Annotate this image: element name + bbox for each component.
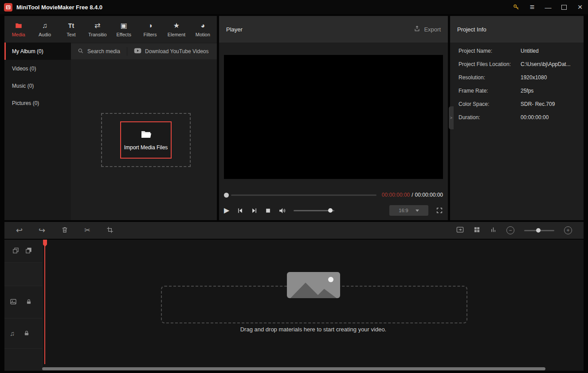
tab-filters[interactable]: ◑ Filters [137,16,163,43]
lock-icon[interactable] [24,330,30,337]
video-track-icon[interactable] [10,298,17,307]
tab-elements[interactable]: ★ Element [163,16,189,43]
minimize-button[interactable]: — [540,0,556,14]
seek-track[interactable] [231,194,376,196]
aspect-ratio-value: 16:9 [399,208,408,213]
previous-frame-button[interactable] [237,207,243,214]
text-icon: Tt [68,22,74,30]
menu-icon[interactable]: ≡ [524,0,540,14]
elements-star-icon: ★ [173,22,180,30]
row-value: 00:00:00:00 [521,114,578,120]
volume-icon[interactable] [278,207,286,214]
image-placeholder-icon [287,272,340,298]
sidebar-item-my-album[interactable]: My Album (0) [4,43,71,60]
row-label: Project Files Location: [459,61,521,67]
tab-motion[interactable]: ◕ Motion [190,16,216,43]
sidebar-item-pictures[interactable]: Pictures (0) [4,94,71,112]
row-label: Frame Rate: [459,88,521,94]
undo-icon[interactable]: ↩ [16,226,23,234]
import-media-button[interactable]: Import Media Files [120,121,172,159]
video-preview [224,55,443,179]
seek-handle[interactable] [224,193,229,198]
window-controls: ≡ — × [508,0,588,14]
tab-transition[interactable]: ⇄ Transitio [84,16,110,43]
row-value: SDR- Rec.709 [521,101,578,107]
export-label: Export [424,26,441,33]
timeline-zoom-slider[interactable] [524,230,554,231]
timecode-display: 00:00:00:00 / 00:00:00:00 [382,192,443,198]
volume-slider[interactable] [294,210,334,211]
search-media-button[interactable]: Search media [71,43,127,59]
app-window: MiniTool MovieMaker Free 8.4.0 ≡ — × Med… [0,0,588,373]
project-info-row: Color Space: SDR- Rec.709 [459,97,584,111]
search-media-label: Search media [87,48,120,54]
audio-meter-icon[interactable] [490,226,497,234]
import-drop-zone[interactable]: Import Media Files [101,113,191,167]
player-title: Player [226,26,243,33]
youtube-icon [134,48,141,55]
sidebar-item-music[interactable]: Music (0) [4,77,71,94]
transition-icon: ⇄ [94,22,100,30]
manage-tracks-icon[interactable] [25,247,32,255]
tab-media[interactable]: Media [5,16,31,43]
aspect-ratio-dropdown[interactable]: 16:9 [389,205,428,216]
fit-timeline-icon[interactable] [456,226,464,234]
close-button[interactable]: × [572,0,588,14]
download-youtube-label: Download YouTube Videos [145,48,208,54]
timeline-view-tools: − + [456,226,572,234]
download-youtube-button[interactable]: Download YouTube Videos [127,43,215,59]
timeline-zoom-handle[interactable] [536,228,541,233]
play-button[interactable]: ▶ [224,207,229,214]
row-label: Resolution: [459,74,521,81]
media-topbar: Search media Download YouTube Videos [71,43,217,59]
edit-tools: ↩ ↪ ✂ [16,226,114,235]
redo-icon[interactable]: ↪ [39,226,45,234]
split-scissors-icon[interactable]: ✂ [84,227,90,234]
audio-track-icon[interactable]: ♫ [10,330,15,337]
delete-icon[interactable] [61,226,68,235]
sidebar-item-label: Videos (0) [12,66,36,72]
next-frame-button[interactable] [251,207,258,214]
media-library-panel: Media ♫ Audio Tt Text ⇄ Transitio ▣ Effe… [4,16,217,220]
tab-label: Transitio [88,32,107,37]
maximize-icon [561,5,567,10]
media-sidebar: My Album (0) Videos (0) Music (0) Pictur… [4,43,71,220]
motion-icon: ◕ [200,22,205,30]
import-media-label: Import Media Files [124,144,168,151]
app-logo-icon [4,3,12,12]
project-info-row: Project Files Location: C:\Users\bj\AppD… [459,58,584,71]
tab-audio[interactable]: ♫ Audio [31,16,58,43]
track-header-column: ♫ [4,240,43,371]
volume-handle[interactable] [328,208,333,213]
tab-effects[interactable]: ▣ Effects [111,16,137,43]
folder-icon [15,22,23,30]
add-track-icon[interactable] [12,247,19,255]
zoom-out-button[interactable]: − [506,226,514,234]
sidebar-item-label: Music (0) [12,83,34,89]
current-time: 00:00:00:00 [382,192,410,198]
playback-controls: ▶ 16:9 [224,204,443,217]
tab-label: Element [168,32,185,37]
title-bar: MiniTool MovieMaker Free 8.4.0 ≡ — × [0,0,588,14]
tab-text[interactable]: Tt Text [58,16,84,43]
tab-label: Media [12,32,25,37]
video-track-header [4,286,42,319]
collapse-panel-handle[interactable]: > [449,106,454,129]
zoom-in-button[interactable]: + [564,226,572,234]
edit-toolbar: ↩ ↪ ✂ − + [4,222,584,239]
maximize-button[interactable] [556,0,572,14]
sidebar-item-videos[interactable]: Videos (0) [4,60,71,77]
export-icon [414,25,420,33]
stop-button[interactable] [265,208,271,214]
crop-icon[interactable] [106,226,114,235]
row-value: C:\Users\bj\AppDat... [521,61,578,67]
horizontal-scrollbar[interactable] [42,367,545,370]
lock-icon[interactable] [26,299,32,306]
license-key-icon[interactable] [508,0,524,14]
track-manager-icon[interactable] [474,226,480,234]
fullscreen-button[interactable] [436,207,443,214]
row-label: Color Space: [459,101,521,107]
project-info-row: Duration: 00:00:00:00 [459,111,584,124]
export-button[interactable]: Export [414,25,441,33]
tab-label: Motion [196,32,210,37]
